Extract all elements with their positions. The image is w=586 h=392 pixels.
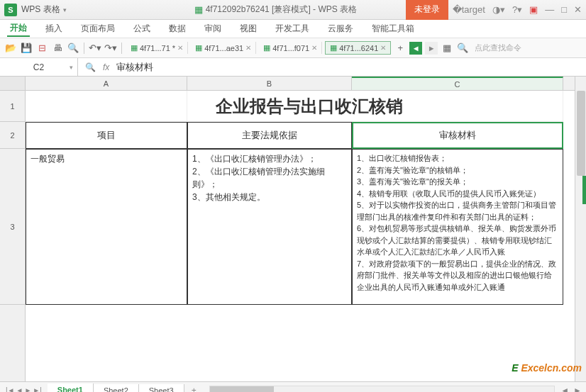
sheet-tab-3[interactable]: Sheet3 (139, 384, 184, 393)
tab-next-button[interactable]: ► (425, 42, 438, 55)
wps-logo-icon: S (4, 4, 17, 16)
column-headers: A B C (26, 77, 575, 91)
doc-tab-4[interactable]: ▦4f71...6241✕ (325, 41, 391, 55)
menu-smart-tools[interactable]: 智能工具箱 (369, 21, 417, 36)
vertical-scrollbar[interactable] (575, 77, 586, 381)
menu-insert[interactable]: 插入 (43, 21, 65, 36)
sheet-tab-1[interactable]: Sheet1 (48, 383, 94, 393)
sheet-last-icon[interactable]: ►| (33, 386, 42, 392)
skin-icon[interactable]: ◑▾ (492, 4, 505, 15)
preview-icon[interactable]: 🔍 (67, 42, 79, 55)
close-tab-icon[interactable]: ✕ (311, 44, 317, 52)
row-header-3[interactable]: 3 (0, 149, 25, 305)
cell-a1[interactable] (26, 91, 187, 122)
menu-bar: 开始 插入 页面布局 公式 数据 审阅 视图 开发工具 云服务 智能工具箱 (0, 20, 586, 38)
document-title: ▦ 4f712092b76241 [兼容模式] - WPS 表格 (194, 4, 357, 16)
horizontal-scrollbar[interactable] (209, 386, 555, 393)
tab-list-icon[interactable]: ▦ (441, 42, 453, 55)
fx-icon[interactable]: fx (103, 62, 109, 72)
window-controls: �target ◑▾ ?▾ ▣ — □ ✕ (453, 4, 582, 15)
scroll-thumb[interactable] (577, 91, 585, 176)
menu-data[interactable]: 数据 (166, 21, 189, 36)
save-icon[interactable]: 💾 (20, 42, 33, 55)
search-hint[interactable]: 点此查找命令 (475, 43, 521, 53)
toolbar: 📂 💾 ⊟ 🖶 🔍 ↶▾ ↷▾ ▦4f71...71 *✕ ▦4f71...ae… (0, 38, 586, 58)
row-header-2[interactable]: 2 (0, 122, 25, 149)
formula-input[interactable] (116, 62, 236, 72)
col-header-c[interactable]: C (352, 77, 563, 90)
doc-title-text: 4f712092b76241 [兼容模式] - WPS 表格 (206, 4, 357, 16)
menu-dev-tools[interactable]: 开发工具 (272, 21, 312, 36)
sheet-tabs-bar: |◄ ◄ ► ►| Sheet1 Sheet2 Sheet3 + ◄ ► (0, 381, 586, 392)
add-tab-icon[interactable]: + (394, 42, 407, 55)
redo-icon[interactable]: ↷▾ (104, 42, 117, 55)
select-all-corner[interactable] (0, 77, 25, 91)
menu-page-layout[interactable]: 页面布局 (78, 21, 118, 36)
close-button[interactable]: ✕ (574, 4, 582, 15)
cell-title-merged[interactable]: 企业报告与出口收汇核销 (187, 91, 563, 122)
tab-prev-button[interactable]: ◄ (409, 42, 422, 55)
menu-start[interactable]: 开始 (7, 21, 30, 37)
name-box[interactable]: C2 (0, 58, 78, 76)
login-button[interactable]: 未登录 (406, 0, 448, 20)
spreadsheet-grid: 1 2 3 A B C 企业报告与出口收汇核销 项目 主要法规依据 审核材料 一… (0, 77, 586, 381)
sheet-prev-icon[interactable]: ◄ (16, 386, 23, 392)
doc-tab-3[interactable]: ▦4f71...f071✕ (259, 42, 322, 54)
menu-cloud[interactable]: 云服务 (325, 21, 356, 36)
print-icon[interactable]: 🖶 (51, 42, 64, 55)
sheet-tab-2[interactable]: Sheet2 (94, 384, 139, 393)
cell-c2[interactable]: 审核材料 (352, 122, 563, 149)
spreadsheet-icon: ▦ (194, 4, 203, 15)
formula-bar: C2 🔍 fx (0, 58, 586, 77)
doc-tab-2[interactable]: ▦4f71...ae31✕ (191, 42, 256, 54)
col-header-b[interactable]: B (187, 77, 352, 90)
close-tab-icon[interactable]: ✕ (177, 44, 183, 52)
help-icon[interactable]: ?▾ (512, 4, 522, 15)
title-bar: S WPS 表格 ▾ ▦ 4f712092b76241 [兼容模式] - WPS… (0, 0, 586, 20)
cell-c3[interactable]: 1、出口收汇核销报告表； 2、盖有海关"验讫章"的核销单； 3、盖有海关"验讫章… (352, 149, 563, 305)
format-icon[interactable]: ⊟ (35, 42, 48, 55)
cell-a2[interactable]: 项目 (26, 122, 187, 149)
cell-a3[interactable]: 一般贸易 (26, 149, 187, 305)
maximize-button[interactable]: □ (561, 4, 567, 15)
app-name: WPS 表格 (21, 4, 60, 16)
add-sheet-button[interactable]: + (184, 383, 204, 393)
menu-view[interactable]: 视图 (237, 21, 260, 36)
close-tab-icon[interactable]: ✕ (245, 44, 251, 52)
minimize-button[interactable]: — (545, 4, 554, 15)
undo-icon[interactable]: ↶▾ (89, 42, 101, 55)
cell-b2[interactable]: 主要法规依据 (187, 122, 352, 149)
side-panel-tab[interactable] (582, 176, 586, 204)
watermark: E Excelcn.com (512, 362, 582, 374)
hscroll-thumb[interactable] (210, 386, 274, 393)
menu-formula[interactable]: 公式 (131, 21, 153, 36)
app-menu-dropdown[interactable]: ▾ (63, 6, 67, 13)
ribbon-toggle-icon[interactable]: ▣ (529, 4, 538, 15)
menu-review[interactable]: 审阅 (201, 21, 224, 36)
sync-icon[interactable]: �target (453, 4, 485, 15)
sheet-next-icon[interactable]: ► (24, 386, 31, 392)
close-tab-icon[interactable]: ✕ (380, 44, 386, 52)
hscroll-right-icon[interactable]: ► (573, 386, 582, 393)
cell-b3[interactable]: 1、《出口收汇核销管理办法》； 2、《出口收汇核销管理办法实施细则》； 3、其他… (187, 149, 352, 305)
row-headers: 1 2 3 (0, 77, 26, 381)
doc-tab-1[interactable]: ▦4f71...71 *✕ (126, 42, 188, 54)
row-header-1[interactable]: 1 (0, 91, 25, 122)
fx-search-icon[interactable]: 🔍 (85, 62, 96, 72)
hscroll-left-icon[interactable]: ◄ (560, 386, 569, 393)
open-icon[interactable]: 📂 (4, 42, 17, 55)
sheet-nav: |◄ ◄ ► ►| (0, 386, 48, 392)
sheet-first-icon[interactable]: |◄ (6, 386, 15, 392)
search-icon[interactable]: 🔍 (456, 42, 469, 55)
col-header-a[interactable]: A (26, 77, 187, 90)
